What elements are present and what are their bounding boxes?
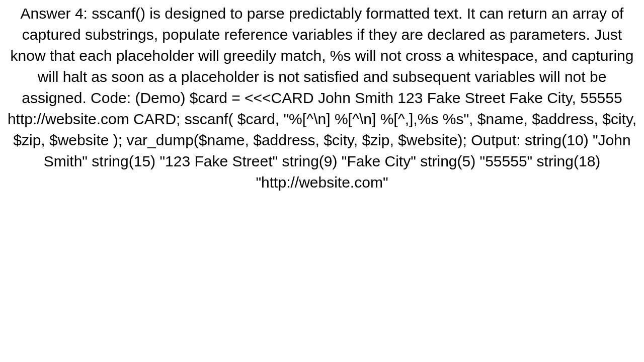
document-text: Answer 4: sscanf() is designed to parse … — [8, 5, 636, 191]
document-body: Answer 4: sscanf() is designed to parse … — [5, 3, 639, 193]
